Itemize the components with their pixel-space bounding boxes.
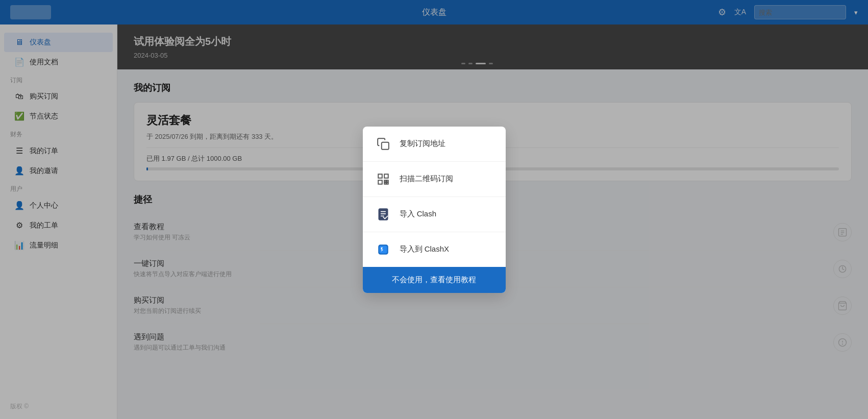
svg-rect-12	[386, 182, 388, 184]
svg-rect-7	[381, 142, 388, 149]
svg-rect-10	[378, 180, 382, 184]
import-clashx-label: 导入到 ClashX	[400, 244, 450, 254]
popup-scan-qr[interactable]: 扫描二维码订阅	[363, 162, 506, 197]
clashx-icon	[375, 241, 391, 258]
popup-import-clashx[interactable]: 导入到 ClashX	[363, 232, 506, 267]
scan-qr-label: 扫描二维码订阅	[400, 174, 453, 184]
svg-rect-15	[379, 209, 387, 220]
svg-rect-8	[378, 174, 382, 178]
svg-rect-13	[384, 182, 386, 184]
qr-icon	[375, 171, 391, 187]
svg-rect-9	[384, 174, 388, 178]
popup-import-clash[interactable]: 导入 Clash	[363, 197, 506, 232]
copy-icon	[375, 136, 391, 152]
import-clash-label: 导入 Clash	[400, 209, 437, 219]
clash-icon	[375, 206, 391, 223]
overlay[interactable]: 复制订阅地址 扫描二维码订阅	[0, 0, 868, 419]
copy-sub-label: 复制订阅地址	[400, 139, 445, 149]
help-button[interactable]: 不会使用，查看使用教程	[363, 267, 506, 293]
svg-rect-14	[386, 180, 388, 182]
popup-copy-sub[interactable]: 复制订阅地址	[363, 127, 506, 162]
svg-rect-11	[384, 180, 386, 182]
popup-menu: 复制订阅地址 扫描二维码订阅	[363, 127, 506, 293]
